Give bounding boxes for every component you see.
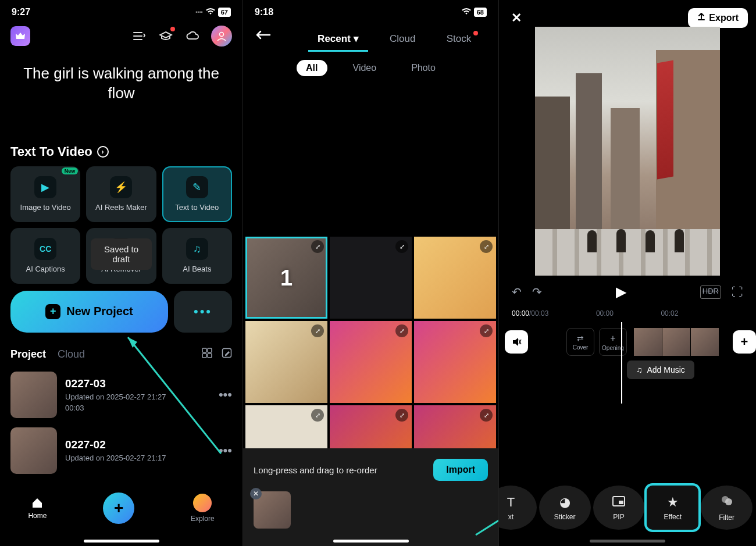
feature-ai-reels[interactable]: ⚡ AI Reels Maker — [86, 166, 156, 222]
status-time: 9:27 — [12, 7, 30, 17]
nav-add-button[interactable]: + — [103, 493, 134, 524]
tool-text[interactable]: T xt — [499, 486, 537, 530]
remove-icon[interactable]: ✕ — [250, 488, 262, 499]
explore-icon — [193, 494, 212, 512]
add-music-button[interactable]: ♫ Add Music — [627, 361, 694, 379]
section-title[interactable]: Text To Video › — [0, 109, 243, 166]
project-updated: Updated on 2025-02-27 21:17 — [65, 454, 211, 462]
import-button[interactable]: Import — [433, 459, 488, 481]
project-item[interactable]: 0227-02 Updated on 2025-02-27 21:17 ••• — [0, 423, 243, 479]
feature-ai-captions[interactable]: CC AI Captions — [10, 228, 80, 284]
media-item[interactable]: ⤢ — [330, 321, 412, 403]
feature-text-to-video[interactable]: ✎ Text to Video — [162, 166, 232, 222]
project-item[interactable]: 0227-03 Updated on 2025-02-27 21:27 00:0… — [0, 367, 243, 423]
clip-thumbnail[interactable] — [691, 328, 719, 356]
tool-filter[interactable]: Filter — [701, 486, 753, 530]
flag-decoration — [657, 60, 673, 180]
edit-icon[interactable] — [222, 348, 232, 361]
bottom-nav: Home + Explore — [0, 482, 243, 546]
avatar[interactable] — [211, 26, 232, 47]
more-button[interactable]: ••• — [174, 291, 232, 333]
media-item[interactable]: ⤢ — [414, 237, 496, 319]
tool-effect[interactable]: ★ Effect — [647, 486, 698, 530]
signal-dots-icon: •••• — [195, 9, 203, 15]
feature-label: AI Reels Maker — [95, 203, 147, 212]
battery-level: 67 — [218, 8, 231, 17]
playhead[interactable] — [621, 322, 622, 404]
add-clip-button[interactable]: + — [733, 330, 756, 354]
fullscreen-icon[interactable]: ⛶ — [732, 286, 743, 299]
opening-button[interactable]: + Opening — [599, 328, 627, 356]
text-icon: T — [507, 495, 515, 510]
image-to-video-icon: ▶ — [34, 176, 56, 198]
export-label: Export — [709, 13, 739, 23]
src-tab-cloud[interactable]: Cloud — [386, 27, 419, 51]
feature-image-to-video[interactable]: New ▶ Image to Video — [10, 166, 80, 222]
play-button[interactable]: ▶ — [616, 284, 626, 300]
redo-icon[interactable]: ↷ — [532, 285, 542, 299]
grid-icon[interactable] — [202, 348, 212, 361]
project-more-icon[interactable]: ••• — [219, 387, 232, 402]
expand-icon[interactable]: ⤢ — [480, 240, 493, 253]
tab-cloud[interactable]: Cloud — [58, 348, 85, 361]
plus-icon: + — [45, 304, 60, 319]
cloud-icon[interactable] — [184, 28, 201, 44]
clip-thumbnail[interactable] — [634, 328, 662, 356]
list-icon[interactable] — [131, 28, 147, 44]
media-item[interactable]: ⤢ — [330, 237, 412, 319]
toast: Saved to draft — [91, 238, 151, 270]
cover-button[interactable]: ⇄ Cover — [566, 328, 594, 356]
filter-photo[interactable]: Photo — [402, 60, 445, 76]
battery-level: 68 — [474, 8, 487, 17]
reorder-hint: Long-press and drag to re-order — [254, 465, 377, 475]
expand-icon[interactable]: ⤢ — [311, 240, 324, 253]
project-thumbnail — [10, 427, 57, 474]
expand-icon[interactable]: ⤢ — [480, 324, 493, 337]
tool-label: Filter — [719, 513, 734, 522]
project-title: 0227-03 — [65, 377, 211, 390]
cc-icon: CC — [34, 238, 56, 260]
media-item[interactable]: 1 ⤢ — [245, 237, 327, 319]
expand-icon[interactable]: ⤢ — [395, 324, 408, 337]
expand-icon[interactable]: ⤢ — [395, 240, 408, 253]
new-project-button[interactable]: + New Project — [10, 291, 168, 333]
feature-ai-remover[interactable]: ✂ AI Remover Saved to draft — [86, 228, 156, 284]
tool-sticker[interactable]: ◕ Sticker — [539, 486, 591, 530]
filter-video[interactable]: Video — [344, 60, 386, 76]
close-button[interactable]: ✕ — [507, 9, 526, 27]
video-preview[interactable] — [535, 27, 720, 276]
tool-pip[interactable]: PIP — [593, 486, 645, 530]
sticker-icon: ◕ — [559, 495, 570, 510]
feature-ai-beats[interactable]: ♫ AI Beats — [162, 228, 232, 284]
hdr-icon[interactable]: HDR — [700, 286, 721, 299]
expand-icon[interactable]: ⤢ — [480, 409, 493, 422]
clip-thumbnail[interactable] — [662, 328, 690, 356]
export-button[interactable]: Export — [688, 8, 748, 28]
tab-project[interactable]: Project — [10, 348, 46, 361]
chevron-right-icon: › — [97, 146, 109, 158]
selected-thumbnail[interactable]: ✕ — [254, 491, 291, 529]
expand-icon[interactable]: ⤢ — [395, 409, 408, 422]
media-item[interactable]: ⤢ — [245, 321, 327, 403]
project-updated: Updated on 2025-02-27 21:27 — [65, 392, 211, 401]
project-more-icon[interactable]: ••• — [219, 443, 232, 458]
nav-explore[interactable]: Explore — [191, 494, 215, 523]
school-icon[interactable] — [158, 28, 174, 44]
mute-button[interactable] — [505, 330, 528, 354]
status-right: 68 — [461, 7, 487, 17]
nav-home[interactable]: Home — [28, 497, 47, 520]
undo-icon[interactable]: ↶ — [512, 285, 522, 299]
add-music-label: Add Music — [647, 365, 685, 374]
expand-icon[interactable]: ⤢ — [311, 409, 324, 422]
timeline[interactable]: ⇄ Cover + Opening + ♫ Add Music — [499, 322, 756, 404]
src-tab-stock[interactable]: Stock — [443, 27, 475, 51]
timeline-clips[interactable] — [634, 328, 723, 356]
filter-all[interactable]: All — [297, 60, 327, 76]
selection-number: 1 — [280, 265, 293, 290]
src-tab-recent[interactable]: Recent ▾ — [314, 27, 362, 51]
media-item[interactable]: ⤢ — [414, 321, 496, 403]
premium-icon[interactable] — [10, 26, 30, 46]
svg-rect-2 — [208, 348, 212, 352]
expand-icon[interactable]: ⤢ — [311, 324, 324, 337]
swap-icon: ⇄ — [577, 334, 584, 343]
